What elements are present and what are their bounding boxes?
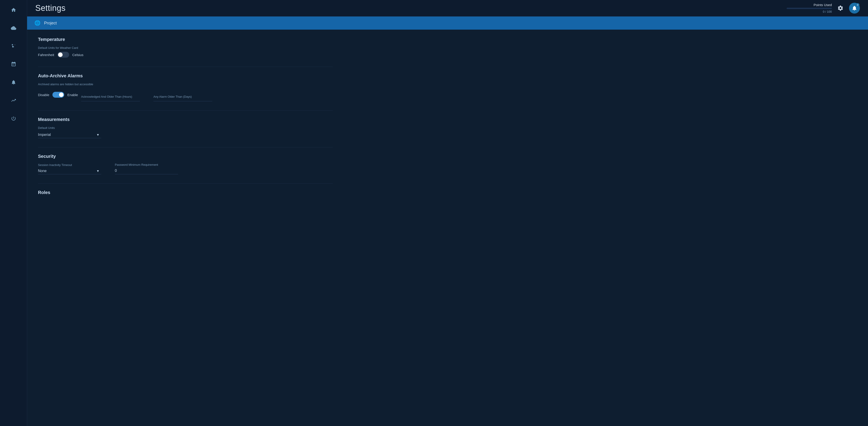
auto-archive-section: Auto-Archive Alarms Archived alarms are … [38,73,333,101]
default-units-label: Default Units [38,126,333,129]
security-title: Security [38,154,333,159]
settings-body: Temperature Default Units for Weather Ca… [27,30,344,211]
sidebar-item-home[interactable] [8,4,20,16]
measurements-section: Measurements Default Units Imperial Metr… [38,117,333,138]
sidebar-item-cloud[interactable] [8,22,20,34]
divider-1 [38,67,333,67]
session-timeout-field: Session Inactivity Timeout None 5 minute… [38,163,101,174]
security-row: Session Inactivity Timeout None 5 minute… [38,163,333,174]
fahrenheit-label: Fahrenheit [38,53,54,57]
header-right: Points Used 0 / 100 0 [786,3,860,13]
sidebar-item-calendar[interactable] [8,58,20,70]
points-ratio: 0 / 100 [823,10,832,13]
divider-2 [38,110,333,111]
avatar[interactable]: 0 [849,3,860,13]
project-label: Project [44,21,57,26]
acknowledged-underline [81,101,140,101]
sidebar-item-notifications[interactable] [8,77,20,88]
temperature-toggle-row: Fahrenheit Celsius [38,52,333,58]
gear-icon[interactable] [836,4,845,13]
main-area: Settings Points Used 0 / 100 0 🌐 Project [27,0,868,426]
roles-title: Roles [38,190,333,195]
security-section: Security Session Inactivity Timeout None… [38,154,333,174]
alarm-fields-row: Acknowledged And Older Than (Hours) Any … [81,93,212,101]
sidebar-item-trends[interactable] [8,94,20,106]
points-used-label: Points Used [813,3,832,7]
any-alarm-underline [153,101,212,101]
auto-archive-toggle-row: Disable Enable Acknowledged And Older Th… [38,88,333,101]
avatar-badge: 0 [856,3,860,7]
any-alarm-value [153,93,212,94]
temperature-toggle[interactable] [57,52,69,58]
temperature-section-title: Temperature [38,37,333,42]
enable-label: Enable [67,93,78,97]
temperature-toggle-thumb [58,53,63,57]
disable-label: Disable [38,93,49,97]
password-min-input[interactable] [115,167,178,174]
page-title: Settings [35,3,66,13]
temperature-toggle-track [57,52,69,58]
project-globe-icon: 🌐 [34,20,40,26]
acknowledged-label: Acknowledged And Older Than (Hours) [81,95,140,98]
auto-archive-title: Auto-Archive Alarms [38,73,333,79]
points-used-container: Points Used 0 / 100 [786,3,832,13]
sidebar [0,0,27,426]
auto-archive-toggle-thumb [59,92,64,97]
acknowledged-value [81,93,140,94]
measurements-select[interactable]: Imperial Metric [38,131,101,138]
sidebar-item-logout[interactable] [8,113,20,124]
auto-archive-toggle[interactable] [53,92,64,98]
auto-archive-toggle-track [53,92,64,98]
celsius-label: Celsius [72,53,84,57]
roles-section: Roles [38,190,333,195]
temperature-subtitle: Default Units for Weather Card [38,46,333,50]
password-min-field: Password Minimum Requirement [115,163,178,174]
any-alarm-field: Any Alarm Older Than (Days) [153,93,212,101]
header: Settings Points Used 0 / 100 0 [27,0,868,17]
project-banner[interactable]: 🌐 Project [27,17,868,30]
measurements-dropdown-wrapper: Imperial Metric ▼ [38,131,101,138]
sidebar-item-fork[interactable] [8,40,20,52]
session-timeout-select[interactable]: None 5 minutes 15 minutes 30 minutes 1 h… [38,168,101,174]
divider-4 [38,183,333,184]
auto-archive-description: Archived alarms are hidden but accessibl… [38,83,333,86]
temperature-section: Temperature Default Units for Weather Ca… [38,37,333,58]
session-timeout-label: Session Inactivity Timeout [38,163,101,166]
measurements-title: Measurements [38,117,333,122]
session-timeout-dropdown-wrapper: None 5 minutes 15 minutes 30 minutes 1 h… [38,168,101,174]
any-alarm-label: Any Alarm Older Than (Days) [153,95,212,98]
content-area: 🌐 Project Temperature Default Units for … [27,17,868,426]
points-progress-bar [786,8,832,9]
password-min-label: Password Minimum Requirement [115,163,178,166]
acknowledged-field: Acknowledged And Older Than (Hours) [81,93,140,101]
